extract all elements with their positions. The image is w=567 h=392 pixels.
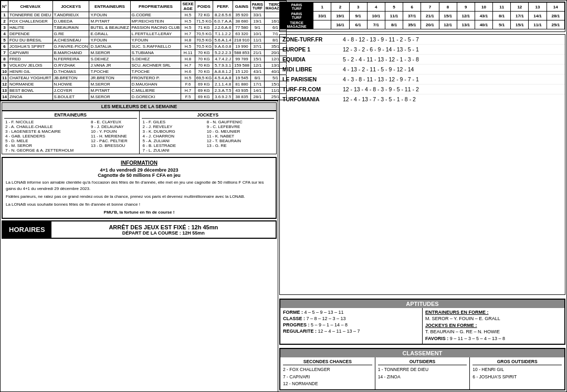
apt-forme-val: 4 – 5 – 9 – 13 – 11 <box>304 310 344 315</box>
col-chevaux: CHEVAUX <box>8 1 52 12</box>
info-subtitle: 4+1 du vendredi 29 décembre 2023 Cagnott… <box>6 167 272 178</box>
table-row: 1TONNERRE DE DIEUT.ANDRIEUXY.FOUING.CODR… <box>1 12 287 18</box>
table-row: 7CAPIVARIB.MARCHANDM.SERORS.TUBIANAH.117… <box>1 50 287 56</box>
table-cell: 70,5 KG <box>195 37 213 44</box>
prono-source: MIDI LIBRE <box>282 66 343 72</box>
table-cell: 10 <box>1 69 8 75</box>
table-cell: 43/1 <box>250 69 264 75</box>
table-cell: 69 KG <box>195 88 213 94</box>
prono-numbers: 12 - 3 - 2 - 6 - 9 - 14 - 13 - 5 - 1 <box>343 46 419 52</box>
grid-col-header: 1 <box>313 3 331 12</box>
info-body: La LONAB informe son aimable clientèle q… <box>6 179 272 216</box>
apt-regularite: REGULARITE : 12 – 4 – 11 – 13 – 7 <box>283 329 419 334</box>
grid-col-header: 3 <box>349 3 367 12</box>
table-cell: A.CHESNEAU <box>52 37 89 44</box>
table-cell: 8.2.6.5.6 <box>213 12 233 18</box>
table-cell: A.8.8.1.2 <box>213 69 233 75</box>
horaires-label: HORAIRES <box>3 221 51 238</box>
apt-classe-val: 7 – 8 – 12 – 3 – 13 <box>307 316 346 321</box>
table-cell: 588 853 <box>233 50 251 56</box>
secondes-list: 2 - FOX CHALLENGER7 - CAPIVARI12 - NORMA… <box>283 366 372 388</box>
table-cell: 99 789 <box>233 56 251 62</box>
table-cell: M.PITART <box>89 18 130 25</box>
table-cell: 2.1.1.4.8 <box>213 81 233 88</box>
paris-turf-cell: 10/1 <box>367 12 385 20</box>
list-item: 2 - A. CHAILLE-CHAILLE9 - J. DELAUNAY <box>4 124 137 129</box>
table-cell: 38 680 <box>233 18 251 25</box>
table-cell: 81 880 <box>233 81 251 88</box>
list-item: 7 - L. ZULIANI <box>142 148 275 153</box>
table-cell: PASSION RACING CLUB <box>130 25 181 31</box>
grid-col-header: 11 <box>493 3 511 12</box>
entraineurs-list: 1 - F. NICOLLE8 - E. CLAYEUX2 - A. CHAIL… <box>4 120 137 153</box>
table-cell: H.7 <box>181 31 195 37</box>
table-cell: H.6 <box>181 69 195 75</box>
table-cell: 19/1 <box>250 18 264 25</box>
grid-col-header: 5 <box>385 3 403 12</box>
prono-source: EQUIDIA <box>282 56 343 62</box>
table-cell: 4.7.4.2.J <box>213 56 233 62</box>
table-cell: ZINOA <box>8 94 52 100</box>
col-proprietaires: PROPRIETAIRES <box>130 1 181 12</box>
table-cell: 218 910 <box>233 37 251 44</box>
table-cell: 28/1 <box>250 94 264 100</box>
table-cell: 8 <box>1 56 8 62</box>
table-cell: 13 <box>1 88 8 94</box>
table-cell: FOU DU BRESIL <box>8 37 52 44</box>
table-cell: H.8 <box>181 56 195 62</box>
gros-outsiders-list: 10 - HENRI GIL6 - JOSHUA'S SPIRIT <box>472 366 562 380</box>
paris-turf-cell: 33/1 <box>313 12 331 20</box>
apt-progres-val: 5 – 9 – 1 – 14 – 8 <box>311 322 348 327</box>
info-section: INFORMATION 4+1 du vendredi 29 décembre … <box>2 157 277 219</box>
table-cell: 70 KG <box>195 56 213 62</box>
list-item: 3 - K. DUBOURG10 - G. MEUNIER <box>142 129 275 134</box>
entraineurs-forme-title: ENTRAINEURS EN FORME : <box>425 310 562 315</box>
tierce-cell: 20/1 <box>421 20 439 29</box>
apt-classe: CLASSE : 7 – 8 – 12 – 3 – 13 <box>283 316 419 321</box>
grid-col-header: 6 <box>403 3 421 12</box>
left-panel: N° CHEVAUX JOCKEYS ENTRAINEURS PROPRIETA… <box>0 0 278 392</box>
meilleurs-entraineurs-title: ENTRAINEURS <box>4 112 137 119</box>
table-cell: 71,5 KG <box>195 18 213 25</box>
table-cell: JR.BRETON <box>89 75 130 81</box>
table-cell: 15/1 <box>250 56 264 62</box>
table-cell: H.5 <box>181 25 195 31</box>
table-cell: L.FERTILLET-LERAY <box>130 31 181 37</box>
list-item: 5 - D. MELE12 - P&C. PELTIER <box>4 139 137 143</box>
table-cell: O.RYZHAK <box>52 62 89 69</box>
tierce-cell: 5/1 <box>493 20 511 29</box>
list-item: 10 - HENRI GIL <box>472 366 562 374</box>
grid-col-header: 12 <box>511 3 529 12</box>
paris-turf-label: PARISTURF <box>280 3 313 12</box>
table-cell: 69 KG <box>195 94 213 100</box>
table-cell: S.TUBIANA <box>130 50 181 56</box>
outsiders-list: 1 - TONNERRE DE DIEU14 - ZINOA <box>378 366 467 380</box>
table-cell: M.SEROR <box>89 50 130 56</box>
right-panel: PARISTURF1234567891011121314 PARISTURF 3… <box>278 0 567 392</box>
table-cell: D.UBEDA <box>52 18 89 25</box>
prono-numbers: 4 - 3 - 8 - 11 - 13 - 12 - 9 - 7 - 1 <box>343 76 419 82</box>
table-cell: JOSHUA'S SPIRIT <box>8 44 52 50</box>
paris-turf-cell: 15/1 <box>439 12 457 20</box>
table-cell: 19 545 <box>233 75 251 81</box>
table-cell: H.5 <box>181 44 195 50</box>
table-cell: 9 <box>1 62 8 69</box>
table-cell: 9/1 <box>250 25 264 31</box>
grid-col-header: 2 <box>331 3 349 12</box>
aptitudes-section: APTITUDES FORME : 4 – 5 – 9 – 13 – 11 CL… <box>279 299 565 345</box>
list-item: 2 - FOX CHALLENGER <box>283 366 372 374</box>
list-item: 6 - JOSHUA'S SPIRIT <box>472 374 562 381</box>
table-cell: 2.3.A.T.5 <box>213 88 233 94</box>
prono-block: EQUIDIA5 - 2 - 4 - 11 - 13 - 12 - 1 - 3 … <box>280 55 565 65</box>
prono-numbers: 5 - 2 - 4 - 11 - 13 - 12 - 1 - 3 - 8 <box>343 56 419 62</box>
prono-numbers: 12 - 4 - 13 - 7 - 3 - 5 - 1 - 8 - 2 <box>343 96 416 102</box>
grid-col-header: 4 <box>367 3 385 12</box>
table-cell: BUTEL & BEAUNEZ <box>89 25 130 31</box>
meilleurs-jockeys: JOCKEYS 1 - F. GILES8 - N. GAUFFENIC2 - … <box>140 111 277 154</box>
col-entraineurs: ENTRAINEURS <box>89 1 130 12</box>
table-row: 3HALITET.BEAURAINBUTEL & BEAUNEZPASSION … <box>1 25 287 31</box>
entraineurs-forme-val: M. SEROR – Y. FOUIN – E. GRALL <box>425 316 562 321</box>
col-jockeys: JOCKEYS <box>52 1 89 12</box>
prono-source: LE PARISIEN <box>282 76 343 82</box>
table-cell: T.BEAURAIN <box>52 25 89 31</box>
